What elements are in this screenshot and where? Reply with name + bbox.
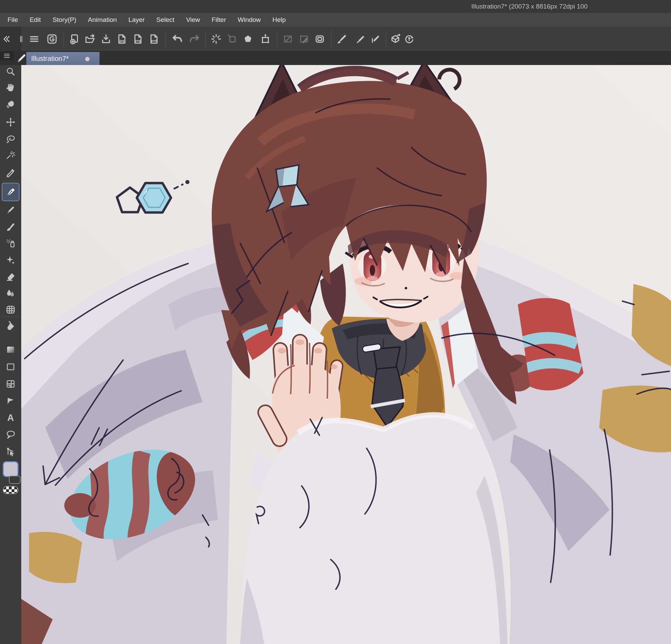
- menu-view[interactable]: View: [180, 13, 206, 27]
- decoration-tool[interactable]: [1, 252, 20, 268]
- text-tool-glyph: A: [7, 413, 14, 423]
- document-title: Illustration7* (20073 x 8816px 72dpi 100: [471, 3, 587, 10]
- toolbar-separator: [63, 31, 64, 47]
- clip-studio-logo-icon[interactable]: [45, 32, 59, 47]
- snap-grid-icon[interactable]: [225, 32, 239, 47]
- sub-color-swatch[interactable]: [9, 476, 21, 484]
- main-menu-icon[interactable]: [27, 32, 41, 47]
- menu-bar: File Edit Story(P) Animation Layer Selec…: [0, 13, 671, 27]
- frame-border-tool[interactable]: [1, 376, 20, 392]
- move-layer-tool[interactable]: [1, 115, 20, 130]
- zoom-tool[interactable]: [1, 64, 20, 79]
- frame-tool[interactable]: [1, 359, 20, 374]
- auto-select-tool[interactable]: [1, 148, 20, 162]
- canvas-area[interactable]: [21, 65, 671, 644]
- transform-icon[interactable]: [258, 32, 272, 47]
- toolbar-separator: [166, 31, 166, 47]
- toolbar-separator: [331, 31, 331, 47]
- selection-rectangle-icon[interactable]: [281, 32, 295, 47]
- toolbar-separator: [386, 31, 386, 47]
- selection-pen-icon[interactable]: [297, 32, 311, 47]
- undo-icon[interactable]: [170, 32, 184, 47]
- ruler-pen-edit-icon[interactable]: [368, 32, 382, 47]
- polyline-tool[interactable]: [1, 393, 20, 408]
- document-tab-bar: Illustration7*: [0, 51, 671, 65]
- menu-file[interactable]: File: [2, 13, 24, 27]
- psd-badge: psd: [151, 39, 157, 42]
- menu-edit[interactable]: Edit: [24, 13, 47, 27]
- export-png-icon[interactable]: png: [131, 32, 145, 47]
- document-tab-label: Illustration7*: [26, 55, 69, 63]
- panel-drag-handle-icon[interactable]: [14, 32, 28, 47]
- tool-divider: [2, 181, 19, 181]
- workspace: A: [0, 65, 671, 644]
- gradient-tool[interactable]: [1, 342, 20, 357]
- menu-story[interactable]: Story(P): [47, 13, 82, 27]
- ruler-pen-icon[interactable]: [353, 32, 367, 47]
- collapse-panel-icon[interactable]: [0, 32, 13, 47]
- perspective-box-icon[interactable]: [389, 32, 402, 47]
- figure-grid-tool[interactable]: [1, 302, 20, 317]
- menu-layer[interactable]: Layer: [123, 13, 151, 27]
- menu-filter[interactable]: Filter: [206, 13, 232, 27]
- pen-tool[interactable]: [2, 183, 20, 201]
- snap-special-ruler-icon[interactable]: [209, 32, 223, 47]
- eraser-tool[interactable]: [1, 269, 20, 284]
- command-bar: jpg png psd: [0, 27, 671, 51]
- export-jpg-icon[interactable]: jpg: [115, 32, 129, 47]
- open-file-icon[interactable]: [84, 32, 97, 47]
- lasso-select-tool[interactable]: [1, 131, 20, 146]
- menu-help[interactable]: Help: [267, 13, 292, 27]
- main-color-swatch[interactable]: [3, 461, 18, 477]
- balloon-tool[interactable]: [1, 427, 20, 442]
- menu-animation[interactable]: Animation: [82, 13, 123, 27]
- toolbar-separator: [277, 31, 277, 47]
- redo-icon[interactable]: [187, 32, 201, 47]
- fill-bucket-tool[interactable]: [1, 319, 20, 334]
- png-badge: png: [135, 39, 141, 42]
- tab-modified-dot: [85, 57, 90, 61]
- menu-select[interactable]: Select: [151, 13, 180, 27]
- snap-off-icon[interactable]: [241, 32, 255, 47]
- eyedropper-tool[interactable]: [1, 165, 20, 180]
- tool-divider: [2, 317, 19, 317]
- transparent-color-swatch[interactable]: [3, 486, 18, 494]
- tool-palette-menu-icon[interactable]: [0, 51, 14, 60]
- brush-tool[interactable]: [1, 219, 20, 234]
- pencil-tool[interactable]: [1, 203, 20, 218]
- new-document-icon[interactable]: [68, 32, 81, 47]
- menu-window[interactable]: Window: [232, 13, 267, 27]
- art-nose: [405, 287, 407, 289]
- tool-palette: A: [0, 65, 21, 644]
- rotate-canvas-tool[interactable]: [1, 97, 20, 112]
- hand-tool[interactable]: [1, 80, 20, 96]
- jpg-badge: jpg: [119, 39, 124, 42]
- document-tab[interactable]: Illustration7*: [26, 52, 100, 65]
- window-titlebar: Illustration7* (20073 x 8816px 72dpi 100: [0, 0, 671, 13]
- ruler-pen-line-icon[interactable]: [335, 32, 349, 47]
- operate-object-tool[interactable]: [1, 444, 20, 459]
- canvas-artwork: [21, 65, 671, 644]
- selection-launcher-icon[interactable]: [313, 32, 327, 47]
- blend-tool[interactable]: [1, 286, 20, 301]
- save-document-icon[interactable]: [99, 32, 113, 47]
- workspace-pencil-icon[interactable]: [15, 52, 27, 64]
- clip-studio-paint-window: Illustration7* (20073 x 8816px 72dpi 100…: [0, 0, 671, 644]
- text-tool[interactable]: A: [1, 410, 20, 425]
- toolbar-separator: [205, 31, 205, 47]
- reset-display-icon[interactable]: [402, 32, 416, 47]
- airbrush-tool[interactable]: [1, 236, 20, 251]
- export-psd-icon[interactable]: psd: [147, 32, 161, 47]
